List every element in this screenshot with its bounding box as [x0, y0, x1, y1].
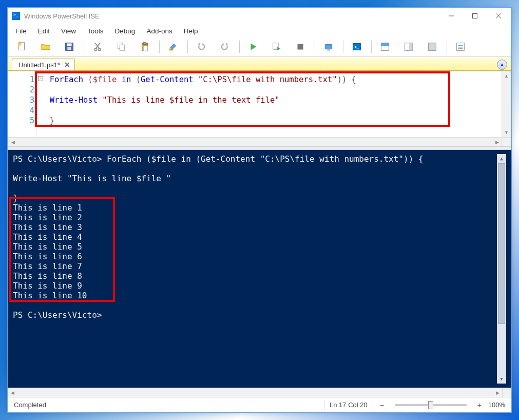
- menu-addons[interactable]: Add-ons: [142, 26, 177, 36]
- app-window: Windows PowerShell ISE File Edit View To…: [7, 7, 512, 413]
- statusbar: Completed Ln 17 Col 20 − + 100%: [8, 397, 511, 412]
- app-icon: [12, 12, 20, 20]
- svg-rect-29: [429, 43, 436, 51]
- svg-rect-18: [169, 49, 173, 51]
- zoom-in-button[interactable]: +: [476, 402, 483, 409]
- svg-rect-14: [120, 45, 124, 50]
- svg-rect-17: [143, 46, 147, 51]
- copy-icon[interactable]: [111, 40, 131, 54]
- tab-close-icon[interactable]: ✕: [64, 61, 70, 69]
- toolbar-separator: [159, 41, 160, 53]
- new-file-icon[interactable]: [12, 40, 32, 54]
- cut-icon[interactable]: [87, 40, 108, 54]
- toolbar-separator: [239, 41, 240, 53]
- svg-rect-16: [143, 43, 146, 45]
- svg-rect-8: [67, 47, 71, 50]
- minimize-button[interactable]: [439, 8, 463, 24]
- status-text: Completed: [14, 401, 46, 409]
- svg-rect-28: [409, 43, 412, 51]
- open-file-icon[interactable]: [35, 40, 56, 54]
- console-pane: PS C:\Users\Victo> ForEach ($file in (Ge…: [8, 150, 511, 397]
- console[interactable]: PS C:\Users\Victo> ForEach ($file in (Ge…: [8, 150, 511, 388]
- maximize-button[interactable]: [463, 8, 487, 24]
- menu-view[interactable]: View: [56, 26, 81, 36]
- show-script-pane-max-icon[interactable]: [422, 40, 443, 54]
- menu-file[interactable]: File: [11, 26, 31, 36]
- code-editor[interactable]: 1 2 3 4 5 − ForEach ($file in (Get-Conte…: [8, 71, 511, 137]
- svg-point-5: [18, 43, 22, 46]
- code-content[interactable]: ForEach ($file in (Get-Content "C:\PS\fi…: [37, 71, 502, 137]
- svg-point-11: [94, 48, 97, 51]
- close-button[interactable]: [487, 8, 510, 24]
- zoom-out-button[interactable]: −: [378, 402, 386, 409]
- scroll-right-icon[interactable]: ▶: [492, 138, 502, 146]
- svg-rect-7: [67, 44, 71, 46]
- toolbar-separator: [371, 41, 372, 53]
- new-remote-tab-icon[interactable]: [318, 40, 339, 54]
- run-icon[interactable]: [243, 40, 263, 54]
- toolbar-separator: [187, 41, 188, 53]
- window-title: Windows PowerShell ISE: [24, 12, 439, 20]
- save-icon[interactable]: [59, 40, 80, 54]
- menu-edit[interactable]: Edit: [33, 26, 54, 36]
- redo-icon[interactable]: [215, 40, 235, 54]
- svg-rect-22: [327, 50, 330, 51]
- tab-label: Untitled1.ps1*: [18, 61, 60, 69]
- menu-debug[interactable]: Debug: [110, 26, 140, 36]
- zoom-slider[interactable]: [395, 404, 467, 406]
- paste-icon[interactable]: [134, 40, 155, 54]
- show-script-pane-top-icon[interactable]: [375, 40, 395, 54]
- scrollbar-thumb[interactable]: [498, 163, 505, 324]
- show-script-pane-right-icon[interactable]: [398, 40, 419, 54]
- svg-rect-26: [381, 43, 389, 46]
- svg-point-12: [98, 48, 101, 51]
- menu-tools[interactable]: Tools: [83, 26, 108, 36]
- scroll-up-icon[interactable]: ▲: [497, 154, 506, 163]
- editor-vertical-scrollbar[interactable]: ▲ ▼: [502, 71, 511, 137]
- undo-icon[interactable]: [191, 40, 212, 54]
- clear-icon[interactable]: [163, 40, 183, 54]
- editor-horizontal-scrollbar[interactable]: ◀ ▶: [8, 137, 511, 146]
- console-output: PS C:\Users\Victo> ForEach ($file in (Ge…: [13, 154, 497, 384]
- svg-rect-1: [473, 14, 477, 18]
- zoom-slider-thumb[interactable]: [428, 401, 433, 409]
- toolbar-separator: [447, 41, 447, 53]
- scroll-down-icon[interactable]: ▼: [497, 374, 506, 384]
- menu-help[interactable]: Help: [179, 26, 203, 36]
- svg-rect-30: [457, 43, 465, 51]
- script-pane: 1 2 3 4 5 − ForEach ($file in (Get-Conte…: [8, 71, 511, 147]
- script-tab[interactable]: Untitled1.ps1* ✕: [12, 59, 75, 70]
- stop-icon[interactable]: [290, 40, 311, 54]
- scroll-down-icon[interactable]: ▼: [502, 128, 511, 137]
- toolbar-separator: [84, 41, 84, 53]
- toolbar-separator: [315, 41, 315, 53]
- expand-script-pane-icon[interactable]: ▲: [497, 60, 507, 70]
- cursor-position: Ln 17 Col 20: [330, 401, 368, 409]
- run-selection-icon[interactable]: [266, 40, 287, 54]
- console-vertical-scrollbar[interactable]: ▲ ▼: [497, 154, 506, 384]
- svg-text:>_: >_: [354, 45, 359, 49]
- menubar: File Edit View Tools Debug Add-ons Help: [8, 24, 511, 38]
- scroll-right-icon[interactable]: ▶: [493, 388, 502, 397]
- line-gutter: 1 2 3 4 5: [8, 71, 37, 137]
- svg-rect-20: [298, 44, 303, 50]
- show-command-icon[interactable]: [450, 40, 471, 54]
- scroll-left-icon[interactable]: ◀: [8, 138, 17, 146]
- svg-rect-21: [325, 44, 332, 49]
- scroll-up-icon[interactable]: ▲: [502, 71, 511, 81]
- powershell-icon[interactable]: >_: [347, 40, 367, 54]
- titlebar: Windows PowerShell ISE: [8, 8, 511, 24]
- tabstrip: Untitled1.ps1* ✕ ▲: [8, 57, 511, 71]
- console-horizontal-scrollbar[interactable]: ◀ ▶: [8, 388, 511, 397]
- zoom-level: 100%: [488, 401, 505, 409]
- toolbar-separator: [343, 41, 343, 53]
- scroll-left-icon[interactable]: ◀: [8, 388, 17, 397]
- toolbar: >_: [8, 38, 511, 57]
